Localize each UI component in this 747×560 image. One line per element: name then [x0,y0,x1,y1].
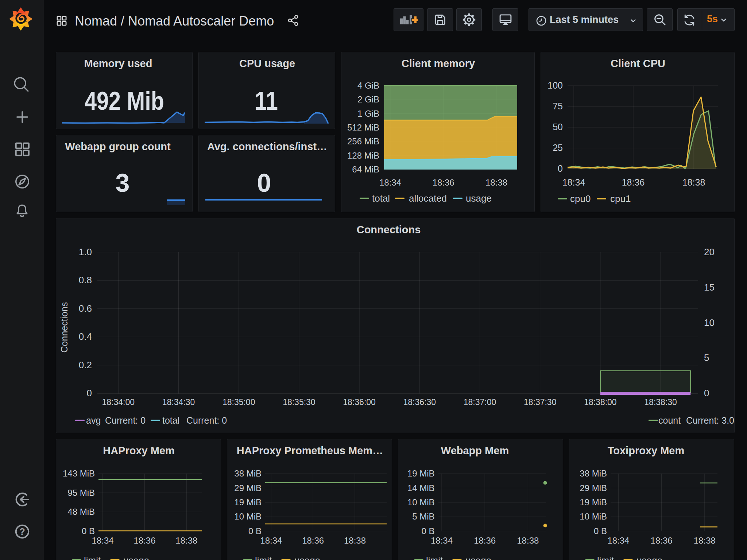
svg-text:19 MiB: 19 MiB [407,468,435,478]
svg-text:15: 15 [704,282,715,293]
svg-text:Current: 0: Current: 0 [105,415,146,425]
svg-text:5: 5 [704,352,709,363]
svg-text:total: total [372,193,390,204]
svg-text:?: ? [19,526,25,537]
svg-text:128 MiB: 128 MiB [347,151,379,160]
svg-text:38 MiB: 38 MiB [234,468,262,478]
svg-text:38 MiB: 38 MiB [580,468,607,478]
svg-text:18:34: 18:34 [607,536,629,545]
svg-text:0 B: 0 B [421,526,434,536]
svg-text:29 MiB: 29 MiB [580,483,607,493]
svg-text:18:34: 18:34 [260,536,282,545]
svg-text:18:36: 18:36 [651,536,673,545]
svg-text:Current: 0: Current: 0 [186,415,227,425]
svg-text:18:38:00: 18:38:00 [584,397,617,407]
svg-text:18:37:30: 18:37:30 [524,397,557,407]
svg-text:cpu0: cpu0 [570,193,591,204]
svg-text:0 B: 0 B [594,526,607,536]
svg-text:cpu1: cpu1 [610,193,631,204]
svg-text:18:36: 18:36 [133,536,155,545]
svg-text:29 MiB: 29 MiB [234,483,262,493]
svg-text:492 Mib: 492 Mib [85,87,164,115]
svg-text:18:38:30: 18:38:30 [644,397,677,407]
svg-text:allocated: allocated [409,193,447,204]
svg-text:limit: limit [255,555,272,560]
svg-text:11: 11 [255,87,278,115]
svg-text:0 B: 0 B [248,526,262,536]
svg-text:18:34: 18:34 [431,536,453,545]
svg-text:limit: limit [597,555,614,560]
svg-text:19 MiB: 19 MiB [580,497,607,507]
svg-text:total: total [162,415,179,425]
svg-text:256 MiB: 256 MiB [347,136,379,146]
svg-text:18:34:00: 18:34:00 [102,397,135,407]
svg-text:Current: 3.0: Current: 3.0 [686,415,734,425]
svg-text:limit: limit [84,555,101,560]
svg-text:4 GiB: 4 GiB [357,81,379,90]
svg-text:0.8: 0.8 [79,275,92,285]
svg-text:20: 20 [704,246,715,257]
svg-text:1.0: 1.0 [79,246,92,257]
svg-text:18:38: 18:38 [517,536,539,545]
svg-text:Connections: Connections [59,302,69,353]
svg-text:1 GiB: 1 GiB [357,109,379,118]
svg-text:0: 0 [704,388,709,398]
svg-text:18:38: 18:38 [344,536,366,545]
svg-text:143 MiB: 143 MiB [63,468,95,478]
svg-text:18:36:00: 18:36:00 [343,397,376,407]
svg-text:count: count [658,415,681,425]
svg-text:10 MiB: 10 MiB [407,497,435,507]
svg-text:usage: usage [123,555,149,560]
svg-text:18:37:00: 18:37:00 [464,397,496,407]
svg-text:0: 0 [257,169,271,197]
svg-text:10: 10 [704,317,715,328]
svg-text:512 MiB: 512 MiB [347,122,379,132]
svg-text:limit: limit [426,555,443,560]
svg-text:18:35:30: 18:35:30 [283,397,316,407]
svg-text:19 MiB: 19 MiB [234,497,262,507]
svg-text:10 MiB: 10 MiB [234,512,262,521]
svg-text:0.4: 0.4 [79,331,92,342]
svg-text:5 MiB: 5 MiB [412,512,434,521]
svg-text:usage: usage [466,193,492,204]
svg-text:25: 25 [553,143,563,153]
svg-text:0.6: 0.6 [79,303,92,314]
svg-text:0: 0 [87,388,92,398]
svg-text:18:38: 18:38 [682,177,705,187]
svg-text:18:38: 18:38 [694,536,716,545]
svg-text:10 MiB: 10 MiB [580,512,607,521]
svg-text:3: 3 [116,169,130,197]
svg-text:avg: avg [86,415,101,425]
svg-text:18:36: 18:36 [622,177,645,187]
svg-text:18:34: 18:34 [562,177,585,187]
svg-text:100: 100 [547,80,563,90]
svg-text:0.2: 0.2 [79,359,92,370]
svg-text:18:34:30: 18:34:30 [162,397,195,407]
svg-text:18:35:00: 18:35:00 [222,397,255,407]
svg-text:18:34: 18:34 [379,178,401,187]
svg-text:usage: usage [465,555,491,560]
svg-text:18:38: 18:38 [485,178,507,187]
svg-text:18:36: 18:36 [302,536,324,545]
svg-text:50: 50 [553,122,563,132]
svg-text:64 MiB: 64 MiB [352,164,379,174]
svg-text:usage: usage [636,555,662,560]
svg-text:18:36: 18:36 [474,536,496,545]
svg-text:95 MiB: 95 MiB [67,488,95,498]
svg-text:75: 75 [553,101,563,111]
svg-text:18:36: 18:36 [433,178,454,187]
svg-text:0: 0 [558,163,563,174]
svg-text:18:38: 18:38 [175,536,197,545]
svg-text:2 GiB: 2 GiB [357,94,379,104]
svg-text:0 B: 0 B [82,526,95,536]
svg-text:18:36:30: 18:36:30 [403,397,436,407]
svg-text:18:34: 18:34 [92,536,114,545]
svg-text:14 MiB: 14 MiB [407,483,435,493]
svg-text:48 MiB: 48 MiB [67,507,95,517]
svg-text:usage: usage [294,555,320,560]
